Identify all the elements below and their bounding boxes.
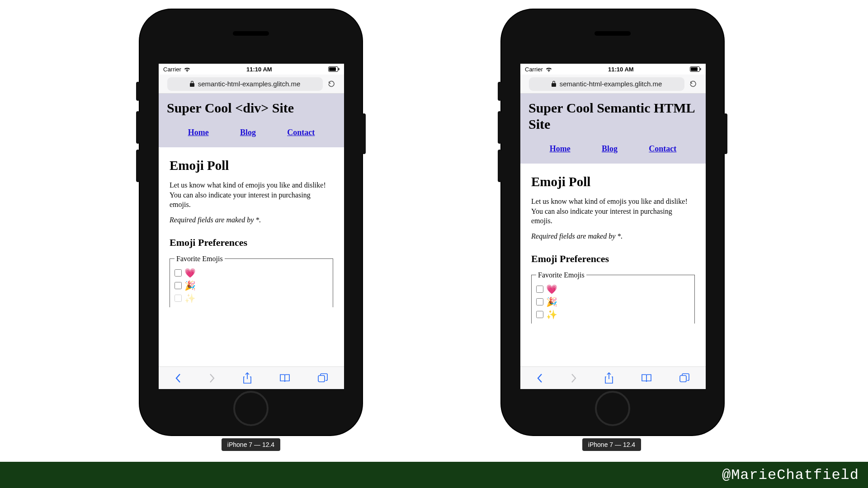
page-body: Emoji Poll Let us know what kind of emoj… — [520, 164, 706, 334]
power-button — [724, 113, 727, 154]
svg-rect-2 — [339, 68, 340, 70]
site-nav: Home Blog Contact — [528, 144, 698, 154]
battery-icon — [328, 66, 340, 72]
nav-contact[interactable]: Contact — [287, 128, 315, 137]
svg-rect-7 — [680, 375, 686, 382]
webpage-left: Super Cool <div> Site Home Blog Contact … — [159, 94, 344, 366]
nav-contact[interactable]: Contact — [649, 144, 676, 154]
emoji-checkbox[interactable] — [536, 298, 543, 305]
share-button[interactable] — [243, 372, 252, 384]
mute-switch — [136, 82, 140, 101]
forward-button[interactable] — [209, 373, 215, 383]
section-heading: Emoji Preferences — [531, 253, 695, 265]
share-button[interactable] — [604, 372, 613, 384]
tabs-button[interactable] — [679, 373, 689, 383]
intro-text: Let us know what kind of emojis you like… — [531, 197, 695, 226]
status-bar: Carrier 11:10 AM — [159, 64, 344, 75]
mute-switch — [498, 82, 501, 101]
volume-up-button — [136, 111, 140, 144]
phone-left: Carrier 11:10 AM semantic-html-examples.… — [140, 9, 362, 435]
site-header: Super Cool <div> Site Home Blog Contact — [159, 94, 344, 147]
home-button[interactable] — [233, 391, 269, 426]
webpage-right: Super Cool Semantic HTML Site Home Blog … — [520, 94, 706, 366]
phone-right: Carrier 11:10 AM semantic-html-examples.… — [501, 9, 724, 435]
url-text: semantic-html-examples.glitch.me — [198, 80, 301, 88]
tabs-button[interactable] — [318, 373, 328, 383]
svg-rect-6 — [700, 68, 701, 70]
url-field[interactable]: semantic-html-examples.glitch.me — [529, 77, 684, 91]
nav-blog[interactable]: Blog — [602, 144, 618, 154]
site-nav: Home Blog Contact — [167, 128, 336, 137]
site-title: Super Cool <div> Site — [167, 100, 336, 116]
status-bar: Carrier 11:10 AM — [520, 64, 706, 75]
page-heading: Emoji Poll — [170, 158, 333, 173]
site-header: Super Cool Semantic HTML Site Home Blog … — [520, 94, 706, 164]
safari-toolbar — [520, 366, 706, 389]
fieldset-legend: Favorite Emojis — [175, 255, 225, 263]
svg-rect-5 — [691, 67, 698, 71]
favorite-emojis-fieldset: Favorite Emojis 💗 🎉 ✨ — [170, 255, 333, 307]
emoji-checkbox[interactable] — [175, 282, 182, 289]
device-label-right: iPhone 7 — 12.4 — [582, 438, 641, 451]
wifi-icon — [184, 67, 190, 72]
refresh-button[interactable] — [689, 80, 697, 88]
emoji-checkbox[interactable] — [536, 311, 543, 318]
emoji-label: ✨ — [546, 309, 557, 320]
required-note: Required fields are maked by *. — [170, 216, 333, 224]
emoji-option[interactable]: ✨ — [175, 293, 328, 304]
power-button — [362, 113, 366, 154]
battery-icon — [690, 66, 701, 72]
address-bar: semantic-html-examples.glitch.me — [159, 75, 344, 94]
volume-down-button — [498, 150, 501, 182]
site-title: Super Cool Semantic HTML Site — [528, 100, 698, 132]
emoji-checkbox[interactable] — [175, 269, 182, 277]
emoji-label: 🎉 — [184, 280, 196, 291]
screen-left: Carrier 11:10 AM semantic-html-examples.… — [159, 64, 344, 389]
emoji-label: 💗 — [546, 284, 557, 295]
safari-toolbar — [159, 366, 344, 389]
emoji-label: 💗 — [184, 267, 196, 278]
emoji-option[interactable]: 💗 — [175, 267, 328, 278]
intro-text: Let us know what kind of emojis you like… — [170, 180, 333, 210]
emoji-option[interactable]: 🎉 — [536, 296, 690, 307]
wifi-icon — [546, 67, 552, 72]
page-body: Emoji Poll Let us know what kind of emoj… — [159, 147, 344, 318]
device-label-left: iPhone 7 — 12.4 — [222, 438, 280, 451]
nav-home[interactable]: Home — [188, 128, 209, 137]
page-heading: Emoji Poll — [531, 174, 695, 189]
url-text: semantic-html-examples.glitch.me — [560, 80, 662, 88]
nav-blog[interactable]: Blog — [240, 128, 256, 137]
bookmarks-button[interactable] — [641, 374, 652, 383]
screen-right: Carrier 11:10 AM semantic-html-examples.… — [520, 64, 706, 389]
speaker-grille — [594, 31, 631, 36]
clock-label: 11:10 AM — [608, 66, 634, 73]
volume-down-button — [136, 150, 140, 182]
forward-button[interactable] — [571, 373, 577, 383]
url-field[interactable]: semantic-html-examples.glitch.me — [167, 77, 323, 91]
lock-icon — [190, 81, 194, 87]
svg-rect-3 — [318, 375, 325, 382]
emoji-option[interactable]: 💗 — [536, 284, 690, 295]
favorite-emojis-fieldset: Favorite Emojis 💗 🎉 ✨ — [531, 271, 695, 324]
refresh-button[interactable] — [327, 80, 335, 88]
carrier-label: Carrier — [163, 66, 181, 73]
nav-home[interactable]: Home — [550, 144, 571, 154]
fieldset-legend: Favorite Emojis — [536, 271, 586, 279]
speaker-grille — [233, 31, 269, 36]
emoji-option[interactable]: ✨ — [536, 309, 690, 320]
bookmarks-button[interactable] — [279, 374, 290, 383]
back-button[interactable] — [537, 373, 543, 383]
emoji-option[interactable]: 🎉 — [175, 280, 328, 291]
address-bar: semantic-html-examples.glitch.me — [520, 75, 706, 94]
home-button[interactable] — [595, 391, 630, 426]
lock-icon — [552, 81, 556, 87]
emoji-checkbox[interactable] — [175, 295, 182, 302]
volume-up-button — [498, 111, 501, 144]
back-button[interactable] — [175, 373, 181, 383]
emoji-checkbox[interactable] — [536, 286, 543, 293]
carrier-label: Carrier — [525, 66, 543, 73]
clock-label: 11:10 AM — [246, 66, 272, 73]
emoji-label: ✨ — [184, 293, 196, 304]
emoji-label: 🎉 — [546, 296, 557, 307]
required-note: Required fields are maked by *. — [531, 232, 695, 240]
